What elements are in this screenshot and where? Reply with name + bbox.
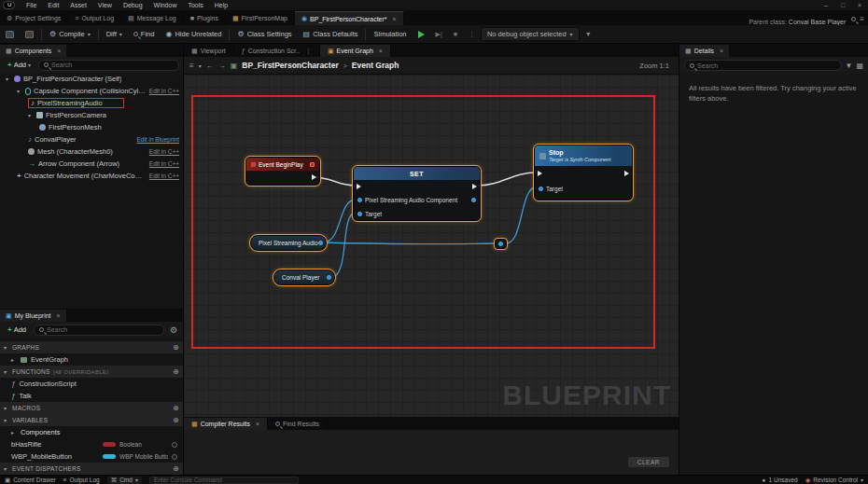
hide-unrelated-button[interactable]: ◉ Hide Unrelated (160, 25, 227, 43)
visibility-eye-icon[interactable] (172, 442, 177, 448)
exec-in-pin[interactable] (538, 171, 542, 176)
tab-construction-script[interactable]: ƒ Construction Scr.. ⋮ (234, 45, 320, 57)
component-row-firstpersoncamera[interactable]: ▾ FirstPersonCamera (0, 109, 183, 121)
menu-help[interactable]: Help (209, 2, 233, 8)
console-command-input[interactable] (154, 477, 294, 483)
object-pin[interactable] (357, 198, 362, 202)
node-reroute[interactable] (495, 239, 507, 249)
add-variable-icon[interactable]: ⊕ (173, 416, 179, 424)
section-macros[interactable]: ▾ MACROS ⊕ (0, 402, 183, 414)
add-graph-icon[interactable]: ⊕ (173, 343, 179, 352)
add-function-icon[interactable]: ⊕ (173, 367, 179, 376)
section-functions[interactable]: ▾ FUNCTIONS (48 OVERRIDABLE) ⊕ (0, 366, 183, 378)
menu-file[interactable]: File (21, 2, 42, 8)
expand-arrow-icon[interactable]: ▾ (17, 88, 22, 94)
component-row-arrow[interactable]: → Arrow Component (Arrow) Edit in C++ (0, 158, 183, 170)
object-pin[interactable] (357, 212, 362, 216)
exec-out-pin[interactable] (624, 171, 629, 176)
close-icon[interactable]: × (256, 421, 259, 427)
details-search-input[interactable] (697, 62, 836, 69)
menu-tools[interactable]: Tools (182, 2, 208, 8)
node-event-beginplay[interactable]: Event BeginPlay (245, 157, 320, 186)
exec-in-pin[interactable] (357, 184, 361, 189)
section-variables[interactable]: ▾ VARIABLES ⊕ (0, 414, 183, 426)
tab-message-log[interactable]: ▤ Message Log (121, 11, 184, 25)
content-drawer-button[interactable]: ▣ Content Drawer (5, 477, 56, 484)
close-button[interactable]: × (851, 2, 868, 8)
item-components-group[interactable]: ▸ Components (0, 426, 183, 438)
close-icon[interactable]: × (720, 48, 723, 54)
simulation-button[interactable]: Simulation (368, 25, 412, 43)
tab-plugins[interactable]: ■ Plugins (184, 11, 226, 25)
tab-compiler-results[interactable]: ▦ Compiler Results × (184, 418, 268, 430)
component-row-self[interactable]: ▾ BP_FirstPersonCharacter (Self) (0, 73, 183, 85)
item-constructionscript[interactable]: ƒ ConstructionScript (0, 378, 183, 390)
object-out-pin[interactable] (327, 275, 331, 280)
breadcrumb-current[interactable]: Event Graph (352, 61, 399, 70)
debug-object-dropdown[interactable]: No debug object selected ▾ (481, 27, 580, 41)
tab-project-settings[interactable]: ⚙ Project Settings (0, 11, 68, 25)
menu-view[interactable]: View (92, 2, 118, 8)
maximize-button[interactable]: □ (834, 2, 851, 8)
tab-components[interactable]: ▦ Components × (0, 45, 66, 57)
search-icon[interactable] (851, 15, 856, 23)
class-settings-button[interactable]: ⚙ Class Settings (231, 25, 297, 43)
component-row-charactermovement[interactable]: + Character Movement (CharMoveComp) Edit… (0, 170, 183, 182)
chevron-down-icon[interactable]: ▾ (199, 62, 202, 69)
expand-arrow-icon[interactable]: ▸ (11, 356, 17, 363)
close-icon[interactable]: × (57, 48, 61, 54)
tab-event-graph[interactable]: ▣ Event Graph × (320, 45, 391, 57)
object-out-pin[interactable] (318, 241, 323, 245)
tab-firstpersonmap[interactable]: ▦ FirstPersonMap (226, 11, 295, 25)
debug-filter-button[interactable]: ▼ (580, 25, 597, 43)
chevron-down-icon[interactable]: ▾ (88, 31, 91, 37)
close-icon[interactable]: × (379, 48, 383, 54)
hamburger-icon[interactable]: ≡ (860, 15, 864, 23)
component-row-firstpersonmesh[interactable]: FirstPersonMesh (0, 121, 183, 133)
node-get-convai-player[interactable]: Convai Player (273, 270, 335, 285)
tab-bp-firstpersoncharacter[interactable]: ◉ BP_FirstPersonCharacter* × (295, 11, 404, 25)
component-row-convaiplayer[interactable]: ♪ ConvaiPlayer Edit in Blueprint (0, 133, 183, 145)
add-macro-icon[interactable]: ⊕ (173, 404, 179, 412)
variable-row-wbp-mobilebutton[interactable]: WBP_MobileButton WBP Mobile Button (0, 450, 183, 463)
stop-button[interactable]: ■ (448, 25, 463, 43)
myblueprint-search-input[interactable] (47, 326, 159, 333)
menu-asset[interactable]: Asset (64, 2, 92, 8)
compile-button[interactable]: ⚙ Compile ▾ (44, 25, 96, 43)
kebab-icon[interactable]: ⋮ (305, 48, 312, 55)
output-log-button[interactable]: ≡ Output Log (63, 477, 100, 483)
minimize-button[interactable]: – (818, 2, 834, 8)
edit-in-cpp-link[interactable]: Edit in C++ (149, 148, 179, 155)
components-search-input[interactable] (51, 62, 174, 68)
expand-arrow-icon[interactable]: ▾ (28, 112, 34, 118)
frame-skip-button[interactable]: ▶| (430, 25, 448, 43)
item-talk[interactable]: ƒ Talk (0, 390, 183, 402)
find-button[interactable]: Find (128, 25, 161, 43)
close-icon[interactable]: × (57, 312, 61, 319)
expand-arrow-icon[interactable]: ▾ (6, 76, 11, 82)
add-component-button[interactable]: + Add ▾ (4, 60, 35, 70)
edit-in-cpp-link[interactable]: Edit in C++ (149, 88, 179, 94)
play-options-button[interactable]: ⋮ (463, 25, 481, 43)
diff-button[interactable]: Diff ▾ (101, 25, 128, 43)
hamburger-icon[interactable]: ≡ (189, 62, 194, 70)
exec-out-pin[interactable] (472, 184, 477, 189)
breadcrumb-root[interactable]: BP_FirstPersonCharacter (242, 61, 338, 70)
cmd-dropdown[interactable]: ⌘ Cmd ▾ (107, 477, 142, 484)
tab-output-log[interactable]: ≡ Output Log (68, 11, 121, 25)
grid-icon[interactable]: ▦ (856, 62, 863, 70)
tab-details[interactable]: ▦ Details × (679, 45, 729, 57)
variable-row-bhasrifle[interactable]: bHasRifle Boolean (0, 438, 183, 450)
component-row-mesh[interactable]: Mesh (CharacterMesh0) Edit in C++ (0, 145, 183, 158)
object-out-pin[interactable] (471, 198, 476, 202)
section-graphs[interactable]: ▾ GRAPHS ⊕ (0, 341, 183, 353)
object-pin[interactable] (539, 187, 543, 191)
back-arrow-icon[interactable]: ← (206, 62, 214, 70)
play-button[interactable] (413, 25, 430, 43)
clear-button[interactable]: CLEAR (628, 457, 669, 467)
menu-edit[interactable]: Edit (42, 2, 64, 8)
menu-debug[interactable]: Debug (118, 2, 148, 8)
filter-icon[interactable]: ▼ (846, 62, 853, 70)
forward-arrow-icon[interactable]: → (218, 62, 226, 70)
edit-in-cpp-link[interactable]: Edit in C++ (149, 160, 179, 167)
